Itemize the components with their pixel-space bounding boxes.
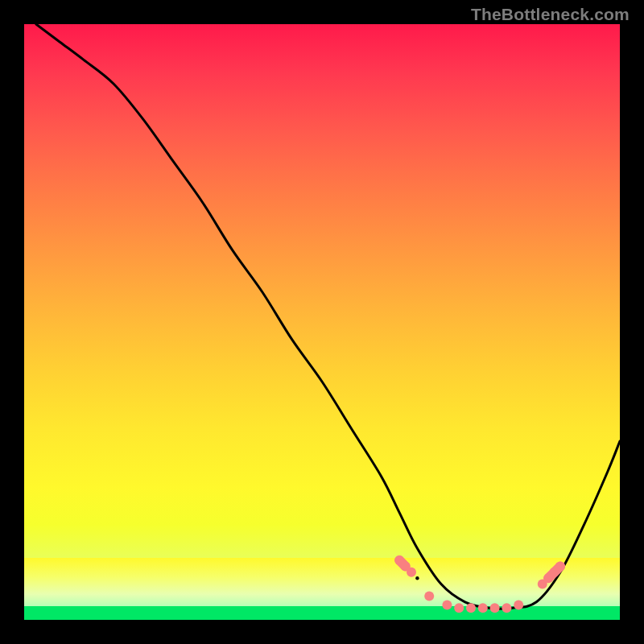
highlight-dot [454, 603, 464, 613]
highlight-dot [424, 591, 434, 601]
highlight-dot [407, 568, 416, 577]
curve-svg [24, 24, 620, 620]
highlight-dots [394, 555, 565, 613]
watermark-text: TheBottleneck.com [471, 5, 630, 24]
highlight-dot [514, 601, 523, 610]
chart-frame: TheBottleneck.com [0, 0, 644, 644]
black-dot [415, 576, 419, 580]
highlight-dot [466, 603, 476, 613]
highlight-dot [442, 601, 452, 610]
highlight-dot [555, 561, 565, 571]
highlight-dot [478, 603, 488, 613]
highlight-dot [502, 603, 511, 613]
plot-area [24, 24, 620, 620]
highlight-dot [490, 603, 500, 613]
bottleneck-curve [36, 24, 620, 609]
